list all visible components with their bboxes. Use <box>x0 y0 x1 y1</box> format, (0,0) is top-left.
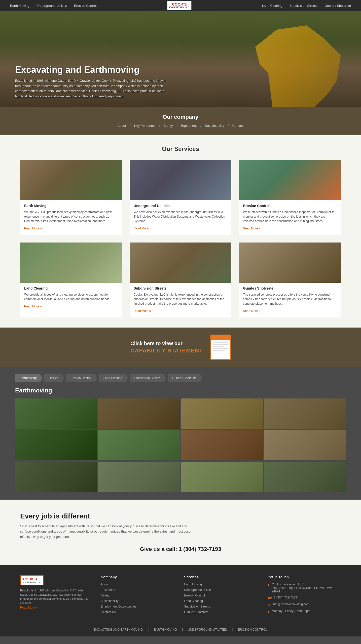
service-img-earthmoving <box>20 160 122 200</box>
company-nav-equipment[interactable]: Equipment <box>177 124 200 128</box>
footer-company-employment[interactable]: Employment Opportunities <box>101 605 174 608</box>
nav-right: Land Clearing Subdivision Streets Gunite… <box>262 4 351 8</box>
cap-doc-line-1 <box>212 342 229 343</box>
nav-logo[interactable]: COOK'S EXCAVATING, LLC <box>167 1 192 10</box>
service-readmore-erosion[interactable]: Read More » <box>243 227 260 230</box>
gallery-item-11[interactable] <box>181 462 263 492</box>
service-card-gunite: Gunite / Shotcrete The sprayed concrete … <box>239 243 341 317</box>
footer-service-subdivision[interactable]: Subdivision Streets <box>184 605 257 608</box>
footer-company-safety[interactable]: Safety <box>101 594 174 597</box>
service-card-subdivision: Subdivision Streets Cook's Excavating, L… <box>130 243 232 317</box>
footer-top: COOK'S EXCAVATING, LLC Established in 19… <box>20 575 341 616</box>
gallery-item-9[interactable] <box>15 462 97 492</box>
gallery-item-8[interactable] <box>264 430 346 460</box>
gallery-item-10[interactable] <box>98 462 180 492</box>
capability-doc-thumbnail <box>210 335 231 360</box>
gallery-tab-gunite[interactable]: Gunite / Shotcrete <box>168 374 203 382</box>
call-phone-number: 1 (304) 732-7193 <box>179 546 221 552</box>
service-readmore-utilities[interactable]: Read More » <box>134 227 151 230</box>
footer-bottom-link-2[interactable]: UNDERGROUND UTILITIES <box>188 628 227 631</box>
footer-logo[interactable]: COOK'S EXCAVATING, LLC <box>20 575 44 585</box>
footer-company-sustainability[interactable]: Sustainability <box>101 599 174 603</box>
gallery-item-5[interactable] <box>15 430 97 460</box>
service-img-landclearing <box>20 243 122 283</box>
nav-subdivision-streets[interactable]: Subdivision Streets <box>290 4 317 8</box>
company-nav: About / Key Personnel / Safety / Equipme… <box>10 124 351 128</box>
service-card-utilities: Underground Utilities We have also achie… <box>130 160 232 235</box>
capability-section[interactable]: Click here to view our CAPABILITY STATEM… <box>0 328 361 367</box>
gallery-tab-earthmoving[interactable]: Earthmoving <box>15 374 43 382</box>
nav-gunite[interactable]: Gunite / Shotcrete <box>324 4 351 8</box>
footer-bottom: EXCAVATING AND EARTHMOVING | EARTH MOVIN… <box>20 624 341 631</box>
service-body-gunite: Gunite / Shotcrete The sprayed concrete … <box>239 283 341 317</box>
location-icon: ● <box>268 583 270 587</box>
gallery-tab-landclearing[interactable]: Land Clearing <box>99 374 128 382</box>
service-img-utilities <box>130 160 232 200</box>
company-nav-contact[interactable]: Contact <box>229 124 247 128</box>
call-label-text: Give us a call: <box>140 546 177 552</box>
service-title-erosion: Erosion Control <box>243 204 337 208</box>
logo-name: COOK'S <box>169 2 190 7</box>
footer: COOK'S EXCAVATING, LLC Established in 19… <box>0 565 361 636</box>
gallery-item-1[interactable] <box>15 398 97 429</box>
nav-land-clearing[interactable]: Land Clearing <box>262 4 282 8</box>
footer-contact-name: Cook's Excavating, LLC <box>272 583 304 586</box>
footer-service-landclearing[interactable]: Land Clearing <box>184 599 257 603</box>
service-readmore-gunite[interactable]: Read More » <box>243 309 260 313</box>
nav-underground-utilities[interactable]: Underground Utilities <box>37 4 67 8</box>
cap-doc-line-4 <box>212 348 229 349</box>
gallery-section: Earthmoving Utilities Erosion Control La… <box>0 367 361 500</box>
every-job-section: Every job is different So it is best to … <box>0 500 361 565</box>
service-readmore-landclearing[interactable]: Read More » <box>24 305 42 308</box>
nav-earth-moving[interactable]: Earth Moving <box>10 4 29 8</box>
service-readmore-subdivision[interactable]: Read More » <box>134 309 151 313</box>
service-title-earthmoving: Earth Moving <box>24 204 118 208</box>
service-body-subdivision: Subdivision Streets Cook's Excavating, L… <box>130 283 232 317</box>
gallery-tab-utilities[interactable]: Utilities <box>44 374 64 382</box>
company-nav-safety[interactable]: Safety <box>160 124 176 128</box>
footer-service-earthmoving[interactable]: Earth Moving <box>184 583 257 586</box>
service-readmore-earthmoving[interactable]: Read More » <box>24 227 42 230</box>
company-nav-sustainability[interactable]: Sustainability <box>201 124 228 128</box>
footer-company-equipment[interactable]: Equipment <box>101 588 174 592</box>
company-nav-about[interactable]: About <box>114 124 129 128</box>
footer-bottom-link-3[interactable]: EROSION CONTROL <box>238 628 267 631</box>
footer-company-about[interactable]: About <box>101 583 174 586</box>
cap-doc-line-2 <box>212 344 229 345</box>
service-body-erosion: Erosion Control We're staffed with a Cer… <box>239 200 341 235</box>
gallery-item-3[interactable] <box>181 398 263 429</box>
capability-text: Click here to view our CAPABILITY STATEM… <box>130 341 203 354</box>
gallery-item-12[interactable] <box>264 462 346 492</box>
service-title-utilities: Underground Utilities <box>134 204 228 208</box>
gallery-item-6[interactable] <box>98 430 180 460</box>
footer-service-gunite[interactable]: Gunite / Shotcrete <box>184 610 257 614</box>
services-grid: Earth Moving We are WVDOH prequalified h… <box>20 160 341 317</box>
nav-erosion-control[interactable]: Erosion Control <box>74 4 97 8</box>
footer-contact-email-item: ✉ info@cooksexcavating.com <box>268 602 341 607</box>
footer-contact-name-address: Cook's Excavating, LLC 268 Cook Cooper H… <box>272 583 341 593</box>
company-nav-personnel[interactable]: Key Personnel <box>131 124 159 128</box>
footer-service-erosion[interactable]: Erosion Control <box>184 594 257 597</box>
service-desc-erosion: We're staffed with a Certified Complianc… <box>243 210 337 223</box>
gallery-tab-erosion[interactable]: Erosion Control <box>66 374 97 382</box>
footer-read-more[interactable]: Read More » <box>20 606 38 609</box>
footer-service-utilities[interactable]: Underground Utilities <box>184 588 257 592</box>
hero-section: Excavating and Earthmoving Established i… <box>0 11 361 107</box>
footer-bottom-link-0[interactable]: EXCAVATING AND EARTHMOVING <box>94 628 143 631</box>
capability-line1: Click here to view our <box>130 341 203 346</box>
footer-bottom-link-1[interactable]: EARTH MOVING <box>154 628 177 631</box>
gallery-item-7[interactable] <box>181 430 263 460</box>
gallery-item-2[interactable] <box>98 398 180 429</box>
our-company-title: Our company <box>10 114 351 120</box>
footer-contact-address: 268 Cook Cooper Hollow Road Pineville, W… <box>272 586 332 593</box>
footer-separator-1: | <box>148 628 149 631</box>
main-nav: Earth Moving Underground Utilities Erosi… <box>0 0 361 11</box>
call-us-label: Give us a call: 1 (304) 732-7193 <box>20 546 341 552</box>
capability-statement-label: CAPABILITY STATEMENT <box>130 347 203 354</box>
gallery-item-4[interactable] <box>264 398 346 429</box>
cap-doc-header <box>211 335 230 340</box>
logo-sub: EXCAVATING, LLC <box>169 6 190 9</box>
footer-company-contact[interactable]: Contact Us <box>101 610 174 614</box>
gallery-tab-subdivision[interactable]: Subdivision Streets <box>130 374 166 382</box>
service-desc-utilities: We have also achieved experience in the … <box>134 210 228 223</box>
